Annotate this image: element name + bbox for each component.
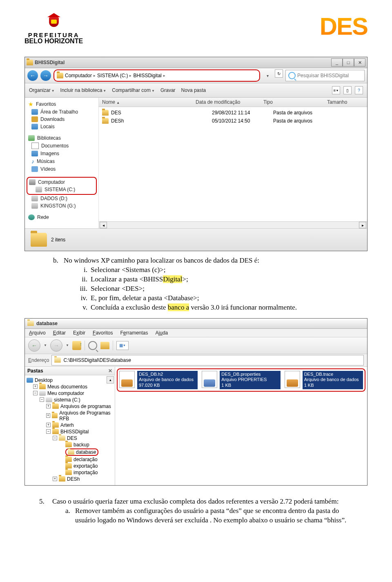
back-button[interactable]: ← [27, 70, 38, 81]
search-input[interactable]: Pesquisar BHISSDigital [285, 70, 365, 81]
item-5a-body: Remover também as configurações do usuár… [75, 506, 351, 525]
file-row-desh[interactable]: DESh 05/10/2012 14:50 Pasta de arquivos [99, 117, 367, 125]
file-tiles: DES_DB.h2Arquivo de banco de dados97.020… [115, 367, 367, 485]
toolbar-incluir[interactable]: Incluir na biblioteca▼ [60, 87, 107, 93]
toolbar-nova-pasta[interactable]: Nova pasta [181, 87, 206, 93]
toolbar-gravar[interactable]: Gravar [160, 87, 176, 93]
menu-favoritos[interactable]: Favoritos [93, 330, 113, 336]
tree-computer[interactable]: −Meu computador [27, 390, 115, 397]
explorer-window-xp: database Arquivo Editar Exibir Favoritos… [24, 318, 368, 486]
folder-icon [31, 233, 47, 247]
close-tree-button[interactable]: ✕ [108, 368, 112, 374]
sidebar-documentos[interactable]: Documentos [25, 142, 98, 150]
sidebar-locais[interactable]: Locais [25, 123, 98, 130]
menu-arquivo[interactable]: Arquivo [29, 330, 46, 336]
tree-declaracao[interactable]: declaração [27, 456, 115, 463]
sidebar-drive-d[interactable]: DADOS (D:) [25, 195, 98, 202]
sidebar-musicas[interactable]: ♪Músicas [25, 157, 98, 165]
forward-button[interactable]: → [50, 339, 62, 352]
tree-des[interactable]: −DES [27, 435, 115, 442]
tree-progrfb[interactable]: +Arquivos de Programas RFB [27, 410, 115, 422]
window-title: database [36, 321, 58, 326]
tree-progfiles[interactable]: +Arquivos de programas [27, 403, 115, 410]
tree-database[interactable]: database [27, 448, 115, 456]
folder-icon [54, 357, 61, 363]
tree-importacao[interactable]: importação [27, 469, 115, 476]
sidebar-drive-c[interactable]: SISTEMA (C:) [29, 186, 94, 193]
sidebar-imagens[interactable]: Imagens [25, 150, 98, 157]
folder-tree: Pastas ✕ ▴ Desktop +Meus documentos −Meu… [25, 367, 115, 485]
sidebar-videos[interactable]: Vídeos [25, 165, 98, 173]
refresh-button[interactable]: ↻ [275, 69, 283, 78]
tree-docs[interactable]: +Meus documentos [27, 384, 115, 390]
window-title: BHISSDigital [35, 60, 65, 65]
file-icon [202, 371, 217, 388]
sidebar-bibliotecas[interactable]: Bibliotecas [25, 134, 98, 142]
instruction-block-5: 5. Caso o usuário queria fazer uma exclu… [39, 497, 351, 525]
menu-editar[interactable]: Editar [53, 330, 66, 336]
col-date[interactable]: Data de modificação [192, 99, 260, 105]
back-button[interactable]: ← [28, 339, 40, 352]
view-menu-button[interactable]: ≡▼ [332, 86, 340, 94]
file-tile-properties[interactable]: DES_DB.propertiesArquivo PROPERTIES1 KB [202, 371, 280, 389]
folder-icon [57, 73, 63, 78]
minimize-button[interactable]: _ [331, 58, 343, 67]
belo-text: BELO HORIZONTE [24, 38, 83, 45]
close-button[interactable]: ✕ [354, 58, 365, 67]
menu-bar: Arquivo Editar Exibir Favoritos Ferramen… [25, 329, 367, 337]
breadcrumb-bar[interactable]: Computador▸ SISTEMA (C:)▸ BHISSDigital▸ [53, 69, 260, 82]
window-titlebar: database [25, 319, 367, 329]
search-button[interactable] [88, 341, 97, 350]
folder-icon [102, 118, 109, 124]
file-tile-trace[interactable]: DES_DB.traceArquivo de banco de dados1 K… [285, 371, 363, 389]
forward-button[interactable]: → [40, 70, 51, 81]
sidebar-desktop[interactable]: Área de Trabalho [25, 108, 98, 116]
menu-ajuda[interactable]: Ajuda [156, 330, 168, 336]
crumb-bhiss[interactable]: BHISSDigital [133, 73, 161, 78]
folders-button[interactable] [100, 342, 109, 349]
explorer-window-win7: BHISSDigital _ □ ✕ ← → Computador▸ SISTE… [24, 57, 368, 251]
tree-exportacao[interactable]: exportação [27, 463, 115, 469]
window-titlebar: BHISSDigital _ □ ✕ [25, 57, 367, 68]
preview-pane-button[interactable]: ▯ [343, 86, 352, 94]
col-name[interactable]: Nome ▲ [99, 99, 192, 105]
file-row-des[interactable]: DES 29/08/2012 11:14 Pasta de arquivos [99, 109, 367, 117]
status-count: 2 itens [51, 237, 65, 243]
tree-arterh[interactable]: +Arterh [27, 422, 115, 428]
scroll-up[interactable]: ▴ [107, 376, 114, 384]
tree-desh[interactable]: +DESh [27, 476, 115, 482]
view-button[interactable]: ▦▼ [116, 341, 129, 350]
scroll-left[interactable]: ◂ [100, 222, 107, 228]
help-button[interactable]: ? [355, 86, 363, 94]
sidebar-downloads[interactable]: Downloads [25, 116, 98, 123]
logo-prefeitura: PREFEITURA BELO HORIZONTE [24, 12, 83, 45]
file-tile-h2[interactable]: DES_DB.h2Arquivo de banco de dados97.020… [119, 371, 198, 389]
instruction-block-b: b. No windows XP caminho para localizar … [53, 256, 351, 312]
sidebar-rede[interactable]: Rede [25, 214, 98, 221]
menu-exibir[interactable]: Exibir [73, 330, 85, 336]
sidebar-favoritos[interactable]: ★Favoritos [25, 100, 98, 108]
item-5a-letter: a. [65, 506, 75, 525]
toolbar-compartilhar[interactable]: Compartilhar com▼ [112, 87, 155, 93]
scroll-right[interactable]: ▸ [359, 222, 366, 228]
tree-cdrive[interactable]: −sistema (C:) [27, 397, 115, 403]
crumb-computador[interactable]: Computador [65, 73, 92, 78]
col-size[interactable]: Tamanho [324, 99, 367, 105]
crumb-cdrive[interactable]: SISTEMA (C:) [97, 73, 128, 78]
tree-bhiss[interactable]: −BHISSDigital [27, 428, 115, 435]
sidebar-drive-g[interactable]: KINGSTON (G:) [25, 202, 98, 210]
col-type[interactable]: Tipo [260, 99, 324, 105]
toolbar-organizar[interactable]: Organizar▼ [29, 87, 55, 93]
address-path: C:\BHISSDigital\DES\database [63, 357, 131, 363]
maximize-button[interactable]: □ [343, 58, 354, 67]
up-button[interactable] [72, 341, 81, 350]
tree-backup[interactable]: backup [27, 442, 115, 448]
sidebar: ★Favoritos Área de Trabalho Downloads Lo… [25, 98, 99, 228]
sidebar-computador[interactable]: Computador [29, 178, 94, 186]
page-header: PREFEITURA BELO HORIZONTE DES [24, 12, 368, 45]
address-input[interactable]: C:\BHISSDigital\DES\database [51, 355, 364, 366]
item-5-number: 5. [39, 497, 52, 506]
menu-ferramentas[interactable]: Ferramentas [120, 330, 148, 336]
status-bar: 2 itens [25, 228, 367, 251]
file-icon [119, 371, 135, 388]
